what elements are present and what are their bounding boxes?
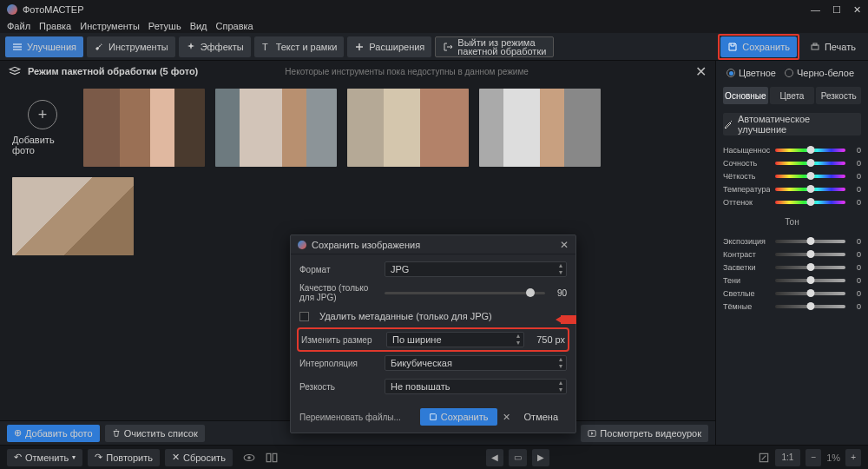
tone-label: Тон xyxy=(723,217,861,227)
slider-track[interactable] xyxy=(775,201,845,204)
thumbnail[interactable] xyxy=(12,177,134,255)
slider-label: Насыщенность xyxy=(723,146,770,155)
trash-icon xyxy=(112,429,121,438)
sidebar-tab-colors[interactable]: Цвета xyxy=(770,87,815,104)
sharp-select[interactable]: Не повышать▴▾ xyxy=(385,379,567,394)
nav-next-icon[interactable]: ▶ xyxy=(532,449,549,466)
quality-slider[interactable] xyxy=(385,292,545,294)
tab-improvements[interactable]: Улучшения xyxy=(5,36,83,57)
slider-value: 0 xyxy=(851,185,861,194)
compare-icon[interactable] xyxy=(266,452,278,464)
folder-icon[interactable]: ▭ xyxy=(509,449,527,466)
print-button[interactable]: Печать xyxy=(803,36,863,57)
slider-label: Чёткость xyxy=(723,172,770,181)
rename-link[interactable]: Переименовать файлы... xyxy=(299,413,401,422)
slider-track[interactable] xyxy=(775,305,845,308)
slider-track[interactable] xyxy=(775,240,845,243)
zoom-out-icon[interactable]: − xyxy=(806,449,821,466)
undo-button[interactable]: ↶Отменить▾ xyxy=(7,449,82,466)
cross-icon: ✕ xyxy=(172,452,180,463)
slider-track[interactable] xyxy=(775,188,845,191)
svg-text:T: T xyxy=(262,42,268,52)
menu-edit[interactable]: Правка xyxy=(39,21,71,31)
svg-rect-7 xyxy=(273,453,277,461)
menu-file[interactable]: Файл xyxy=(7,21,30,31)
slider-value: 0 xyxy=(851,289,861,298)
interp-select[interactable]: Бикубическая▴▾ xyxy=(385,355,567,371)
tab-tools[interactable]: Инструменты xyxy=(87,36,175,57)
slider-label: Тёмные xyxy=(723,302,770,311)
dialog-save-button[interactable]: Сохранить xyxy=(420,408,497,426)
slider-track[interactable] xyxy=(775,162,845,165)
zoom-11-button[interactable]: 1:1 xyxy=(775,449,801,466)
thumbnail[interactable] xyxy=(479,89,601,167)
quality-value: 90 xyxy=(557,288,567,298)
dialog-x-icon[interactable]: ✕ xyxy=(503,412,510,423)
slider-track[interactable] xyxy=(775,266,845,269)
slider-track[interactable] xyxy=(775,175,845,178)
zoom-value: 1% xyxy=(826,452,840,463)
plus-icon xyxy=(354,42,365,52)
close-batch-icon[interactable]: ✕ xyxy=(695,63,707,80)
slider-value: 0 xyxy=(851,276,861,285)
slider-value: 0 xyxy=(851,198,861,207)
sidebar-tab-sharp[interactable]: Резкость xyxy=(816,87,861,104)
menu-retouch[interactable]: Ретушь xyxy=(148,21,181,31)
app-logo-icon xyxy=(7,4,17,15)
clear-list-button[interactable]: Очистить список xyxy=(105,425,205,442)
zoom-in-icon[interactable]: + xyxy=(845,449,861,466)
slider-label: Оттенок xyxy=(723,198,770,207)
slider-value: 0 xyxy=(851,263,861,272)
minimize-icon[interactable]: — xyxy=(811,4,820,16)
eye-icon[interactable] xyxy=(243,452,255,464)
svg-point-5 xyxy=(247,456,251,459)
add-photo-button[interactable]: ⊕Добавить фото xyxy=(7,425,100,442)
slider-track[interactable] xyxy=(775,292,845,295)
wand-icon xyxy=(723,119,733,129)
menu-tools[interactable]: Инструменты xyxy=(80,21,140,31)
thumbnail[interactable] xyxy=(83,89,205,167)
close-window-icon[interactable]: ✕ xyxy=(853,4,861,16)
save-button[interactable]: Сохранить xyxy=(720,36,797,57)
maximize-icon[interactable]: ☐ xyxy=(832,4,841,16)
metadata-checkbox[interactable] xyxy=(299,312,309,321)
slider-track[interactable] xyxy=(775,279,845,282)
sidebar-tab-main[interactable]: Основные xyxy=(723,87,768,104)
printer-icon xyxy=(810,42,820,52)
batch-header: Режим пакетной обработки (5 фото) Некото… xyxy=(0,61,715,82)
dialog-close-icon[interactable]: ✕ xyxy=(560,239,569,251)
menu-help[interactable]: Справка xyxy=(216,21,253,31)
resize-select[interactable]: По ширине▴▾ xyxy=(386,332,524,347)
slider-track[interactable] xyxy=(775,149,845,152)
menubar: Файл Правка Инструменты Ретушь Вид Справ… xyxy=(0,19,868,33)
slider-track[interactable] xyxy=(775,253,845,256)
add-photo-label: Добавить фото xyxy=(12,135,73,155)
sparkle-icon xyxy=(186,42,196,52)
exit-icon xyxy=(443,42,453,52)
nav-prev-icon[interactable]: ◀ xyxy=(486,449,503,466)
resize-label: Изменить размер xyxy=(301,335,379,345)
menu-view[interactable]: Вид xyxy=(190,21,207,31)
tab-effects[interactable]: Эффекты xyxy=(179,36,251,57)
radio-color[interactable]: Цветное xyxy=(727,68,776,78)
tab-text-frames[interactable]: TТекст и рамки xyxy=(254,36,345,57)
sidebar: Цветное Черно-белое Основные Цвета Резко… xyxy=(715,61,868,445)
reset-button[interactable]: ✕Сбросить xyxy=(165,449,233,466)
redo-icon: ↷ xyxy=(95,452,102,463)
slider-value: 0 xyxy=(851,302,861,311)
thumbnail[interactable] xyxy=(347,89,469,167)
save-icon xyxy=(429,413,437,421)
redo-button[interactable]: ↷Повторить xyxy=(88,449,160,466)
fit-icon[interactable] xyxy=(758,452,770,464)
auto-enhance-button[interactable]: Автоматическое улучшение xyxy=(723,113,861,135)
thumbnail[interactable] xyxy=(215,89,337,167)
format-select[interactable]: JPG▴▾ xyxy=(385,261,567,277)
watch-video-button[interactable]: Посмотреть видеоурок xyxy=(581,425,708,442)
exit-batch-button[interactable]: Выйти из режимапакетной обработки xyxy=(435,36,554,57)
play-icon xyxy=(588,429,596,438)
radio-bw[interactable]: Черно-белое xyxy=(785,68,854,78)
tab-extensions[interactable]: Расширения xyxy=(347,36,431,57)
add-photo-tile[interactable]: + Добавить фото xyxy=(12,89,73,167)
dialog-cancel-button[interactable]: Отмена xyxy=(516,408,567,426)
chevron-down-icon: ▴▾ xyxy=(516,333,520,347)
